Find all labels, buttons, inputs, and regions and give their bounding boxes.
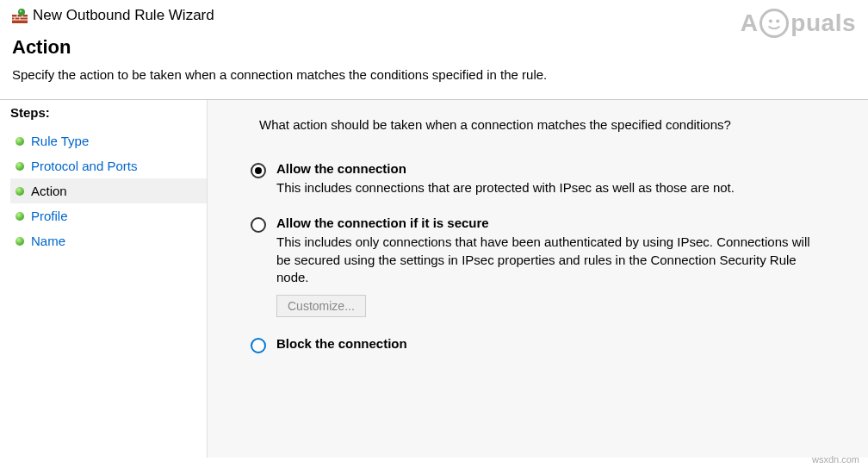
customize-button: Customize... [276,295,366,317]
bullet-icon [16,162,24,171]
step-label: Rule Type [31,134,89,148]
option-desc: This includes only connections that have… [276,234,828,286]
step-label: Profile [31,209,68,223]
step-label: Protocol and Ports [31,159,137,173]
window-title: New Outbound Rule Wizard [33,7,214,24]
radio-allow-secure[interactable] [251,217,266,233]
bullet-icon [16,137,24,146]
wizard-header: New Outbound Rule Wizard Action Specify … [0,0,868,94]
step-protocol-and-ports[interactable]: Protocol and Ports [10,153,207,178]
watermark-prefix: A [741,9,759,37]
step-label: Action [31,184,67,198]
bullet-icon [16,237,24,246]
svg-point-0 [769,19,772,22]
steps-heading: Steps: [10,105,207,120]
page-heading: Action [12,36,856,59]
page-subtext: Specify the action to be taken when a co… [12,67,856,82]
option-allow-connection[interactable]: Allow the connection This includes conne… [251,161,851,197]
bullet-icon [16,187,24,196]
bullet-icon [16,212,24,221]
option-allow-if-secure[interactable]: Allow the connection if it is secure Thi… [251,215,851,317]
watermark-suffix: puals [790,9,856,37]
watermark-logo: A puals [741,9,856,38]
step-profile[interactable]: Profile [10,203,207,228]
svg-point-10 [20,10,22,12]
steps-panel: Steps: Rule Type Protocol and Ports Acti… [0,100,207,458]
step-action[interactable]: Action [10,178,207,203]
action-question: What action should be taken when a conne… [259,117,851,132]
firewall-icon [12,8,28,23]
step-name[interactable]: Name [10,228,207,253]
option-desc: This includes connections that are prote… [276,179,828,197]
svg-point-9 [18,9,25,16]
watermark-icon [760,9,789,38]
svg-point-1 [776,19,779,22]
option-title: Allow the connection if it is secure [276,215,851,230]
footer-url: wsxdn.com [812,454,859,465]
option-title: Block the connection [276,336,851,351]
step-rule-type[interactable]: Rule Type [10,128,207,153]
main-panel: What action should be taken when a conne… [207,100,868,458]
option-title: Allow the connection [276,161,851,176]
step-label: Name [31,234,65,248]
radio-allow[interactable] [251,163,266,178]
option-block-connection[interactable]: Block the connection [251,336,851,354]
radio-block[interactable] [251,338,266,353]
